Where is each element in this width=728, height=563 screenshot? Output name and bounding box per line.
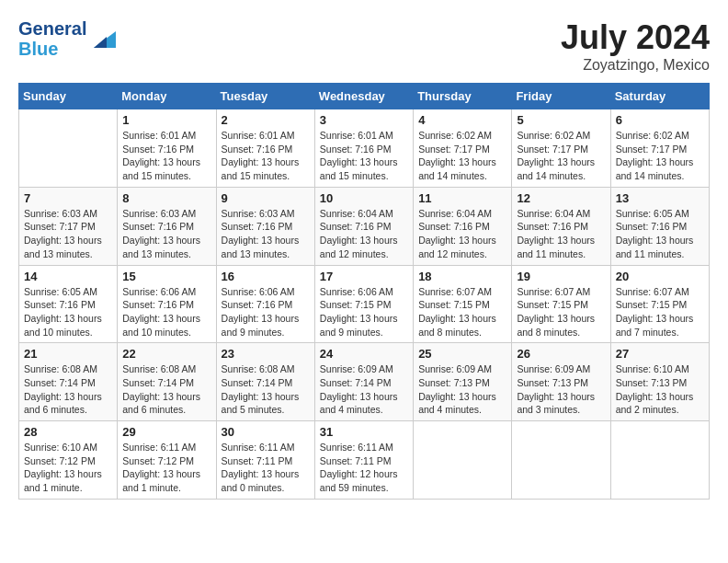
calendar-cell xyxy=(414,421,512,500)
calendar-cell: 13Sunrise: 6:05 AM Sunset: 7:16 PM Dayli… xyxy=(610,187,709,265)
calendar-cell: 6Sunrise: 6:02 AM Sunset: 7:17 PM Daylig… xyxy=(610,109,709,188)
day-number: 25 xyxy=(418,347,506,361)
day-info: Sunrise: 6:06 AM Sunset: 7:16 PM Dayligh… xyxy=(122,285,210,339)
day-number: 27 xyxy=(616,347,704,361)
day-number: 12 xyxy=(517,191,605,205)
weekday-header-wednesday: Wednesday xyxy=(314,84,413,109)
weekday-header-row: SundayMondayTuesdayWednesdayThursdayFrid… xyxy=(19,84,710,109)
calendar-cell: 11Sunrise: 6:04 AM Sunset: 7:16 PM Dayli… xyxy=(414,187,512,265)
day-number: 29 xyxy=(122,425,210,439)
calendar-cell xyxy=(19,109,118,188)
calendar-week-row: 1Sunrise: 6:01 AM Sunset: 7:16 PM Daylig… xyxy=(19,109,710,188)
day-number: 31 xyxy=(320,425,408,439)
day-number: 15 xyxy=(122,270,210,283)
calendar-cell: 23Sunrise: 6:08 AM Sunset: 7:14 PM Dayli… xyxy=(216,343,314,421)
day-info: Sunrise: 6:08 AM Sunset: 7:14 PM Dayligh… xyxy=(222,362,310,417)
day-info: Sunrise: 6:04 AM Sunset: 7:16 PM Dayligh… xyxy=(418,207,506,261)
calendar-cell: 31Sunrise: 6:11 AM Sunset: 7:11 PM Dayli… xyxy=(314,421,413,500)
weekday-header-saturday: Saturday xyxy=(610,84,709,109)
day-number: 18 xyxy=(418,270,506,283)
calendar-cell: 12Sunrise: 6:04 AM Sunset: 7:16 PM Dayli… xyxy=(512,187,610,265)
weekday-header-monday: Monday xyxy=(118,84,216,109)
calendar-cell: 5Sunrise: 6:02 AM Sunset: 7:17 PM Daylig… xyxy=(512,109,610,188)
location-subtitle: Zoyatzingo, Mexico xyxy=(561,57,710,74)
calendar-cell: 4Sunrise: 6:02 AM Sunset: 7:17 PM Daylig… xyxy=(414,109,512,188)
day-info: Sunrise: 6:02 AM Sunset: 7:17 PM Dayligh… xyxy=(616,129,704,183)
svg-marker-1 xyxy=(94,37,107,48)
day-number: 30 xyxy=(222,425,310,439)
calendar-cell: 28Sunrise: 6:10 AM Sunset: 7:12 PM Dayli… xyxy=(19,421,118,500)
day-info: Sunrise: 6:04 AM Sunset: 7:16 PM Dayligh… xyxy=(517,207,605,261)
day-info: Sunrise: 6:10 AM Sunset: 7:12 PM Dayligh… xyxy=(24,441,112,495)
day-info: Sunrise: 6:05 AM Sunset: 7:16 PM Dayligh… xyxy=(24,285,112,339)
day-number: 26 xyxy=(517,347,605,361)
calendar-week-row: 7Sunrise: 6:03 AM Sunset: 7:17 PM Daylig… xyxy=(19,187,710,265)
day-info: Sunrise: 6:03 AM Sunset: 7:16 PM Dayligh… xyxy=(122,207,210,261)
calendar-cell: 7Sunrise: 6:03 AM Sunset: 7:17 PM Daylig… xyxy=(19,187,118,265)
day-number: 6 xyxy=(616,113,704,127)
day-info: Sunrise: 6:08 AM Sunset: 7:14 PM Dayligh… xyxy=(122,362,210,417)
day-info: Sunrise: 6:04 AM Sunset: 7:16 PM Dayligh… xyxy=(320,207,408,261)
day-number: 16 xyxy=(222,270,310,283)
day-number: 19 xyxy=(517,270,605,283)
day-info: Sunrise: 6:11 AM Sunset: 7:11 PM Dayligh… xyxy=(320,441,408,495)
day-number: 3 xyxy=(320,113,408,127)
day-number: 24 xyxy=(320,347,408,361)
day-info: Sunrise: 6:02 AM Sunset: 7:17 PM Dayligh… xyxy=(418,129,506,183)
day-info: Sunrise: 6:01 AM Sunset: 7:16 PM Dayligh… xyxy=(320,129,408,183)
day-number: 13 xyxy=(616,191,704,205)
day-info: Sunrise: 6:01 AM Sunset: 7:16 PM Dayligh… xyxy=(122,129,210,183)
calendar-cell: 25Sunrise: 6:09 AM Sunset: 7:13 PM Dayli… xyxy=(414,343,512,421)
logo-line2: Blue xyxy=(18,39,86,59)
logo-line1: General xyxy=(18,18,86,39)
day-number: 5 xyxy=(517,113,605,127)
calendar-cell: 18Sunrise: 6:07 AM Sunset: 7:15 PM Dayli… xyxy=(414,265,512,343)
day-info: Sunrise: 6:11 AM Sunset: 7:12 PM Dayligh… xyxy=(122,441,210,495)
day-info: Sunrise: 6:06 AM Sunset: 7:15 PM Dayligh… xyxy=(320,285,408,339)
day-number: 20 xyxy=(616,270,704,283)
calendar-cell: 10Sunrise: 6:04 AM Sunset: 7:16 PM Dayli… xyxy=(314,187,413,265)
calendar-cell: 14Sunrise: 6:05 AM Sunset: 7:16 PM Dayli… xyxy=(19,265,118,343)
day-number: 21 xyxy=(24,347,112,361)
day-info: Sunrise: 6:05 AM Sunset: 7:16 PM Dayligh… xyxy=(616,207,704,261)
day-number: 22 xyxy=(122,347,210,361)
day-info: Sunrise: 6:09 AM Sunset: 7:14 PM Dayligh… xyxy=(320,362,408,417)
day-info: Sunrise: 6:06 AM Sunset: 7:16 PM Dayligh… xyxy=(222,285,310,339)
day-number: 14 xyxy=(24,270,112,283)
day-number: 7 xyxy=(24,191,112,205)
title-area: July 2024 Zoyatzingo, Mexico xyxy=(561,18,710,74)
calendar-cell: 30Sunrise: 6:11 AM Sunset: 7:11 PM Dayli… xyxy=(216,421,314,500)
calendar-cell: 2Sunrise: 6:01 AM Sunset: 7:16 PM Daylig… xyxy=(216,109,314,188)
month-year-title: July 2024 xyxy=(561,18,710,57)
calendar-cell xyxy=(512,421,610,500)
calendar-cell: 17Sunrise: 6:06 AM Sunset: 7:15 PM Dayli… xyxy=(314,265,413,343)
day-number: 2 xyxy=(222,113,310,127)
calendar-table: SundayMondayTuesdayWednesdayThursdayFrid… xyxy=(18,83,710,500)
calendar-cell: 20Sunrise: 6:07 AM Sunset: 7:15 PM Dayli… xyxy=(610,265,709,343)
weekday-header-sunday: Sunday xyxy=(19,84,118,109)
day-number: 1 xyxy=(122,113,210,127)
calendar-week-row: 21Sunrise: 6:08 AM Sunset: 7:14 PM Dayli… xyxy=(19,343,710,421)
calendar-cell: 27Sunrise: 6:10 AM Sunset: 7:13 PM Dayli… xyxy=(610,343,709,421)
day-number: 11 xyxy=(418,191,506,205)
calendar-week-row: 14Sunrise: 6:05 AM Sunset: 7:16 PM Dayli… xyxy=(19,265,710,343)
logo: General Blue xyxy=(18,18,119,59)
weekday-header-tuesday: Tuesday xyxy=(216,84,314,109)
calendar-cell: 26Sunrise: 6:09 AM Sunset: 7:13 PM Dayli… xyxy=(512,343,610,421)
day-info: Sunrise: 6:10 AM Sunset: 7:13 PM Dayligh… xyxy=(616,362,704,417)
day-info: Sunrise: 6:03 AM Sunset: 7:17 PM Dayligh… xyxy=(24,207,112,261)
day-info: Sunrise: 6:02 AM Sunset: 7:17 PM Dayligh… xyxy=(517,129,605,183)
calendar-cell: 9Sunrise: 6:03 AM Sunset: 7:16 PM Daylig… xyxy=(216,187,314,265)
calendar-cell: 3Sunrise: 6:01 AM Sunset: 7:16 PM Daylig… xyxy=(314,109,413,188)
day-info: Sunrise: 6:07 AM Sunset: 7:15 PM Dayligh… xyxy=(418,285,506,339)
calendar-week-row: 28Sunrise: 6:10 AM Sunset: 7:12 PM Dayli… xyxy=(19,421,710,500)
calendar-cell: 29Sunrise: 6:11 AM Sunset: 7:12 PM Dayli… xyxy=(118,421,216,500)
page-header: General Blue July 2024 Zoyatzingo, Mexic… xyxy=(18,18,710,74)
day-number: 10 xyxy=(320,191,408,205)
day-number: 28 xyxy=(24,425,112,439)
day-info: Sunrise: 6:08 AM Sunset: 7:14 PM Dayligh… xyxy=(24,362,112,417)
day-info: Sunrise: 6:01 AM Sunset: 7:16 PM Dayligh… xyxy=(222,129,310,183)
day-number: 4 xyxy=(418,113,506,127)
day-info: Sunrise: 6:11 AM Sunset: 7:11 PM Dayligh… xyxy=(222,441,310,495)
day-info: Sunrise: 6:09 AM Sunset: 7:13 PM Dayligh… xyxy=(418,362,506,417)
